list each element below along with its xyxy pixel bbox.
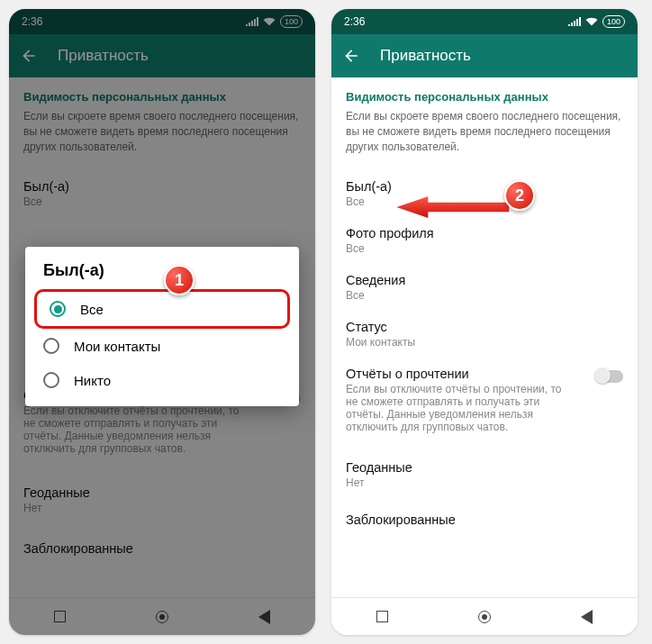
setting-title: Статус (346, 320, 623, 334)
setting-title: Фото профиля (346, 226, 623, 240)
wifi-icon (585, 17, 598, 26)
setting-title: Заблокированные (346, 512, 623, 527)
radio-option-contacts[interactable]: Мои контакты (31, 329, 294, 363)
annotation-highlight: Все (34, 289, 290, 329)
radio-label: Мои контакты (74, 339, 160, 354)
radio-label: Все (80, 302, 104, 317)
setting-title: Был(-а) (346, 179, 623, 194)
phone-screenshot-right: 2:36 100 Приватность Видимость персональ… (331, 9, 638, 635)
radio-icon (43, 372, 59, 388)
setting-desc: Если вы отключите отчёты о прочтении, то… (346, 383, 571, 433)
step-badge-1: 1 (164, 265, 195, 295)
setting-value: Мои контакты (346, 336, 623, 349)
android-navbar (331, 597, 638, 635)
setting-title: Сведения (346, 273, 623, 287)
setting-location[interactable]: Геоданные Нет (346, 451, 623, 498)
section-heading: Видимость персональных данных (346, 90, 623, 104)
settings-content: Видимость персональных данных Если вы ск… (331, 77, 638, 597)
setting-about[interactable]: Сведения Все (346, 264, 623, 311)
setting-value: Нет (346, 476, 623, 489)
appbar-title: Приватность (380, 47, 471, 65)
setting-status[interactable]: Статус Мои контакты (346, 311, 623, 358)
statusbar: 2:36 100 (331, 9, 638, 34)
radio-label: Никто (74, 373, 111, 388)
setting-blocked[interactable]: Заблокированные (346, 503, 623, 536)
setting-value: Все (346, 242, 623, 255)
battery-icon: 100 (602, 15, 625, 28)
signal-icon (568, 17, 581, 26)
radio-icon (43, 338, 59, 354)
section-desc: Если вы скроете время своего последнего … (346, 109, 623, 154)
nav-back-icon[interactable] (581, 610, 593, 624)
nav-home-icon[interactable] (478, 611, 491, 623)
dialog-title: Был(-а) (31, 261, 294, 289)
status-icons: 100 (568, 15, 625, 28)
radio-icon (50, 301, 66, 317)
appbar: Приватность (331, 34, 638, 77)
setting-title: Геоданные (346, 460, 623, 475)
step-badge-2: 2 (504, 180, 535, 211)
annotation-arrow-icon (393, 195, 510, 220)
back-icon[interactable] (342, 47, 360, 65)
setting-value: Все (346, 289, 623, 302)
radio-option-all[interactable]: Все (37, 292, 287, 326)
phone-screenshot-left: 2:36 100 Приватность Видимость персональ… (9, 9, 315, 635)
last-seen-dialog: Был(-а) Все Мои контакты Никто (25, 247, 299, 406)
setting-read-receipts[interactable]: Отчёты о прочтении Если вы отключите отч… (346, 358, 623, 442)
setting-title: Отчёты о прочтении (346, 367, 623, 381)
nav-recents-icon[interactable] (376, 611, 388, 622)
radio-option-nobody[interactable]: Никто (31, 363, 294, 397)
toggle-switch[interactable] (596, 370, 623, 383)
status-time: 2:36 (344, 15, 365, 28)
setting-profile-photo[interactable]: Фото профиля Все (346, 217, 623, 264)
